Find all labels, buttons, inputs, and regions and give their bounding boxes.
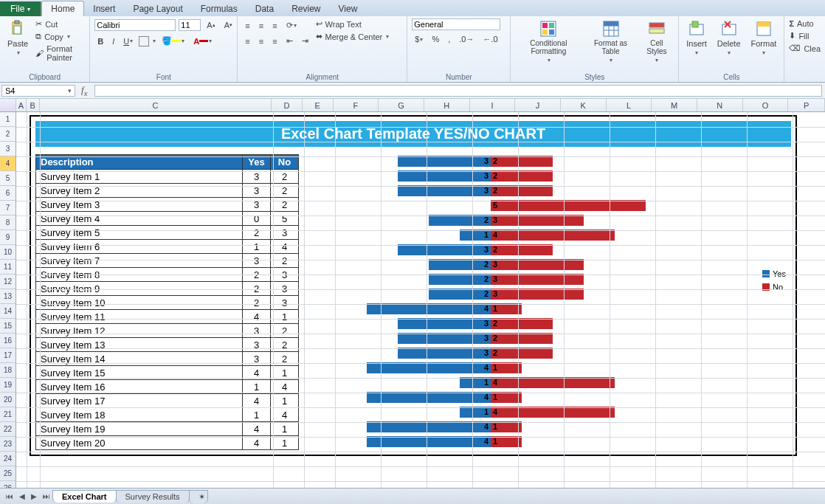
- name-box[interactable]: S4▾: [1, 85, 75, 97]
- number-format-select[interactable]: [412, 18, 500, 30]
- cell-yes[interactable]: 0: [243, 212, 271, 226]
- table-row[interactable]: Survey Item 1614: [36, 380, 299, 394]
- sheet-tab-survey-results[interactable]: Survey Results: [116, 490, 190, 503]
- cell-desc[interactable]: Survey Item 16: [36, 380, 243, 394]
- select-all-corner[interactable]: [0, 99, 16, 111]
- row-header-20[interactable]: 20: [0, 393, 15, 407]
- cell-yes[interactable]: 4: [243, 436, 271, 450]
- row-header-4[interactable]: 4: [0, 156, 15, 171]
- merge-center-button[interactable]: ⬌ Merge & Center▾: [316, 32, 390, 41]
- cell-yes[interactable]: 3: [243, 254, 271, 268]
- col-header-H[interactable]: H: [424, 99, 470, 111]
- row-header-7[interactable]: 7: [0, 201, 15, 215]
- cell-no[interactable]: 2: [271, 324, 299, 338]
- delete-cells-button[interactable]: Delete▾: [714, 18, 744, 58]
- row-header-9[interactable]: 9: [0, 230, 15, 245]
- cell-yes[interactable]: 3: [243, 338, 271, 352]
- bold-button[interactable]: B: [94, 35, 106, 47]
- copy-button[interactable]: ⧉ Copy▾: [35, 32, 85, 41]
- cell-no[interactable]: 1: [271, 310, 299, 324]
- cell-yes[interactable]: 2: [243, 226, 271, 240]
- data-table[interactable]: Description Yes No Survey Item 132Survey…: [35, 154, 299, 450]
- col-header-B[interactable]: B: [27, 99, 40, 111]
- format-cells-button[interactable]: Format▾: [748, 18, 780, 58]
- conditional-formatting-button[interactable]: Conditional Formatting▾: [515, 18, 581, 65]
- cell-desc[interactable]: Survey Item 17: [36, 394, 243, 408]
- autosum-button[interactable]: Σ Auto: [789, 19, 821, 28]
- cell-desc[interactable]: Survey Item 4: [36, 212, 243, 226]
- sheet-nav-prev[interactable]: ◀: [16, 492, 28, 500]
- row-header-24[interactable]: 24: [0, 452, 15, 466]
- tab-file[interactable]: File: [0, 1, 41, 16]
- row-header-3[interactable]: 3: [0, 142, 15, 156]
- cell-desc[interactable]: Survey Item 7: [36, 254, 243, 268]
- col-header-G[interactable]: G: [379, 99, 424, 111]
- cell-desc[interactable]: Survey Item 3: [36, 198, 243, 212]
- align-bottom-button[interactable]: ≡: [269, 20, 280, 32]
- row-header-26[interactable]: 26: [0, 481, 15, 488]
- col-header-P[interactable]: P: [788, 99, 825, 111]
- column-headers[interactable]: ABCDEFGHIJKLMNOP: [0, 99, 825, 112]
- align-center-button[interactable]: ≡: [256, 35, 266, 47]
- table-row[interactable]: Survey Item 1741: [36, 394, 299, 408]
- format-as-table-button[interactable]: Format as Table▾: [586, 18, 635, 65]
- table-row[interactable]: Survey Item 523: [36, 226, 299, 240]
- sheet-tab-excel-chart[interactable]: Excel Chart: [52, 490, 117, 503]
- cell-yes[interactable]: 4: [243, 310, 271, 324]
- col-header-F[interactable]: F: [334, 99, 379, 111]
- percent-format-button[interactable]: %: [429, 33, 442, 45]
- cell-styles-button[interactable]: Cell Styles▾: [640, 18, 674, 65]
- table-row[interactable]: Survey Item 1941: [36, 422, 299, 436]
- table-row[interactable]: Survey Item 1332: [36, 338, 299, 352]
- tab-home[interactable]: Home: [41, 1, 84, 16]
- accounting-format-button[interactable]: $▾: [412, 33, 426, 45]
- cell-yes[interactable]: 4: [243, 394, 271, 408]
- row-header-13[interactable]: 13: [0, 289, 15, 304]
- cell-desc[interactable]: Survey Item 18: [36, 408, 243, 422]
- cut-button[interactable]: ✂ Cut: [35, 19, 85, 29]
- formula-input[interactable]: [94, 85, 822, 97]
- sheet-nav-last[interactable]: ⏭: [40, 492, 53, 500]
- row-header-11[interactable]: 11: [0, 260, 15, 275]
- decrease-decimal-button[interactable]: ←.0: [480, 33, 500, 45]
- cell-desc[interactable]: Survey Item 9: [36, 282, 243, 296]
- row-headers[interactable]: 1234567891011121314151617181920212223242…: [0, 112, 16, 488]
- table-row[interactable]: Survey Item 1814: [36, 408, 299, 422]
- row-header-25[interactable]: 25: [0, 466, 15, 481]
- row-header-5[interactable]: 5: [0, 171, 15, 186]
- row-header-1[interactable]: 1: [0, 112, 15, 127]
- cell-yes[interactable]: 1: [243, 408, 271, 422]
- row-header-12[interactable]: 12: [0, 275, 15, 289]
- cell-desc[interactable]: Survey Item 12: [36, 324, 243, 338]
- cell-no[interactable]: 2: [271, 254, 299, 268]
- cell-yes[interactable]: 2: [243, 296, 271, 310]
- cell-desc[interactable]: Survey Item 5: [36, 226, 243, 240]
- row-header-17[interactable]: 17: [0, 348, 15, 363]
- cell-no[interactable]: 1: [271, 436, 299, 450]
- row-header-10[interactable]: 10: [0, 245, 15, 260]
- cell-no[interactable]: 3: [271, 282, 299, 296]
- align-right-button[interactable]: ≡: [269, 35, 280, 47]
- align-left-button[interactable]: ≡: [242, 35, 252, 47]
- row-header-23[interactable]: 23: [0, 437, 15, 452]
- align-top-button[interactable]: ≡: [242, 20, 252, 32]
- row-header-14[interactable]: 14: [0, 304, 15, 319]
- table-row[interactable]: Survey Item 1141: [36, 310, 299, 324]
- col-header-K[interactable]: K: [561, 99, 607, 111]
- cell-desc[interactable]: Survey Item 11: [36, 310, 243, 324]
- table-row[interactable]: Survey Item 1232: [36, 324, 299, 338]
- col-header-L[interactable]: L: [607, 99, 652, 111]
- tab-view[interactable]: View: [330, 1, 367, 16]
- format-painter-button[interactable]: 🖌 Format Painter: [35, 44, 85, 62]
- fill-button[interactable]: ⬇ Fill: [789, 31, 821, 41]
- border-button[interactable]: [139, 36, 149, 46]
- italic-button[interactable]: I: [109, 35, 117, 47]
- underline-button[interactable]: U▾: [120, 35, 136, 47]
- table-row[interactable]: Survey Item 1023: [36, 296, 299, 310]
- cell-no[interactable]: 2: [271, 338, 299, 352]
- table-row[interactable]: Survey Item 332: [36, 198, 299, 212]
- tab-formulas[interactable]: Formulas: [192, 1, 246, 16]
- fx-icon[interactable]: fx: [77, 84, 92, 97]
- cell-yes[interactable]: 1: [243, 240, 271, 254]
- col-header-D[interactable]: D: [272, 99, 303, 111]
